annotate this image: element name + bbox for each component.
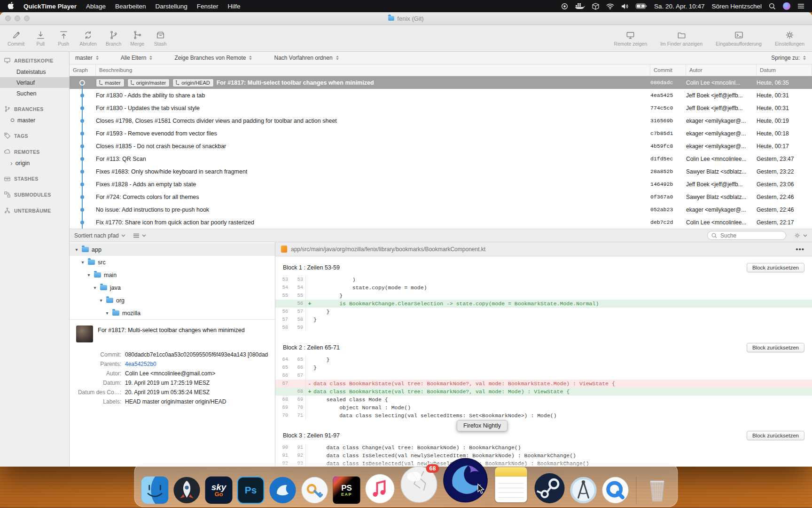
quicktime-player[interactable] [602, 476, 629, 504]
volume-icon[interactable] [621, 3, 629, 9]
branch-badge[interactable]: origin/master [127, 79, 170, 87]
rocket-app[interactable] [173, 476, 201, 504]
filter-popup-alle-eltern[interactable]: Alle Eltern [121, 55, 153, 61]
commit-row[interactable]: Closes #1835 - Do not crash because of s… [70, 140, 812, 152]
sidebar-section-header-unterbäume[interactable]: UNTERBÄUME [0, 205, 69, 216]
itunes[interactable] [365, 474, 395, 504]
zoom-button[interactable] [24, 16, 30, 21]
menubar-clock[interactable]: Sa. 20. Apr. 10:47 [654, 3, 704, 10]
menu-fenster[interactable]: Fenster [197, 3, 219, 10]
titlebar[interactable]: fenix (Git) [0, 12, 812, 25]
siri-icon[interactable] [783, 2, 790, 10]
commit-row[interactable]: For #1830 - Adds the ability to share a … [70, 89, 812, 102]
disclosure-triangle-icon[interactable]: ▾ [93, 285, 97, 290]
commit-row[interactable]: No issue: Add instructions to pre-push h… [70, 203, 812, 216]
commit-row[interactable]: Fix #1770: Share icon from quick action … [70, 216, 812, 229]
chevron-right-icon[interactable]: › [10, 160, 13, 167]
apple-menu[interactable] [8, 2, 14, 11]
sidebar-item-verlauf[interactable]: Verlauf [0, 77, 69, 88]
wifi-icon[interactable] [606, 3, 614, 9]
toolbar-fetch-button[interactable]: Abrufen [79, 30, 97, 47]
filter-popup-master[interactable]: master [75, 55, 99, 61]
docker-icon[interactable] [575, 3, 585, 10]
sidebar-section-header-remotes[interactable]: REMOTES [0, 146, 69, 158]
toolbar-merge-button[interactable]: Merge [130, 30, 144, 47]
box-icon[interactable] [592, 3, 599, 10]
menu-hilfe[interactable]: Hilfe [228, 3, 241, 10]
sidebar-item-origin[interactable]: ›origin [0, 158, 69, 168]
branch-badge[interactable]: master [96, 79, 125, 87]
sidebar-section-header-arbeitskopie[interactable]: ARBEITSKOPIE [0, 55, 69, 66]
notes[interactable] [493, 467, 530, 504]
trash[interactable] [644, 476, 671, 504]
column-header-autor[interactable]: Autor [686, 64, 757, 76]
close-button[interactable] [5, 16, 11, 21]
column-header-commit[interactable]: Commit [650, 64, 686, 76]
branch-badge[interactable]: origin/HEAD [172, 79, 214, 87]
column-header-graph[interactable]: Graph [70, 64, 96, 76]
commit-row[interactable]: Closes #1798, Closes #1581 Corrects divi… [70, 114, 812, 127]
menubar-user[interactable]: Sören Hentzschel [711, 3, 762, 10]
minimize-button[interactable] [15, 16, 20, 21]
toolbar-remote-button[interactable]: Remote zeigen [614, 30, 648, 47]
commit-row[interactable]: Fixes #1683: Only show/hide keyboard in … [70, 165, 812, 178]
more-options-button[interactable]: ••• [794, 245, 806, 253]
block-reset-button[interactable]: Block zurücksetzen [747, 343, 804, 352]
sort-order-button[interactable]: Sortiert nach pfad [74, 232, 125, 239]
spotlight-search-icon[interactable] [769, 3, 776, 10]
sidebar-item-dateistatus[interactable]: Dateistatus [0, 66, 69, 77]
steam[interactable] [534, 473, 565, 504]
toolbar-branch-button[interactable]: Branch [106, 30, 121, 47]
view-options-button[interactable] [133, 233, 146, 238]
photoshop[interactable]: Ps [237, 476, 265, 504]
record-icon[interactable] [561, 3, 568, 10]
blue-circle-app[interactable] [269, 476, 297, 504]
disclosure-triangle-icon[interactable]: ▾ [99, 298, 103, 303]
toolbar-settings-button[interactable]: Einstellungen [775, 30, 804, 47]
battery-charging-icon[interactable] [636, 3, 647, 9]
menu-quicktime-player[interactable]: QuickTime Player [23, 3, 77, 10]
toolbar-push-button[interactable]: Push [56, 30, 70, 47]
sidebar-item-master[interactable]: master [0, 115, 69, 126]
menu-ablage[interactable]: Ablage [86, 3, 106, 10]
block-reset-button[interactable]: Block zurücksetzen [747, 431, 804, 440]
column-header-datum[interactable]: Datum [757, 64, 812, 76]
phpstorm-eap[interactable]: PSEAP [333, 476, 360, 504]
sky-go[interactable]: skyGo [205, 476, 233, 504]
commit-row[interactable]: masterorigin/masterorigin/HEADFor #1817:… [70, 76, 812, 89]
commit-row[interactable]: For #1593 - Remove evenodd from vector f… [70, 127, 812, 140]
tree-item-mozilla[interactable]: ▾mozilla [70, 307, 275, 319]
sidebar-section-header-submodules[interactable]: SUBMODULES [0, 189, 69, 200]
cracked-ball-app[interactable]: 68 [400, 465, 438, 504]
toolbar-finder-button[interactable]: Im Finder anzeigen [660, 30, 703, 47]
sidebar-item-suchen[interactable]: Suchen [0, 88, 69, 99]
toolbar-terminal-button[interactable]: Eingabeaufforderung [716, 30, 762, 47]
disclosure-triangle-icon[interactable]: ▾ [74, 247, 79, 252]
search-field[interactable] [707, 231, 786, 240]
tree-item-src[interactable]: ▾src [70, 256, 275, 269]
commit-row[interactable]: For #724: Corrects colors for all themes… [70, 190, 812, 203]
sidebar-section-header-stashes[interactable]: STASHES [0, 173, 69, 184]
filter-popup-nach-vorfahren-ordnen[interactable]: Nach Vorfahren ordnen [274, 55, 339, 61]
tree-item-java[interactable]: ▾java [70, 281, 275, 294]
commit-row[interactable]: For #1830 - Updates the tab visual style… [70, 102, 812, 114]
jump-to-control[interactable]: Springe zu: [771, 55, 806, 61]
compass-app[interactable] [570, 476, 597, 504]
menu-bearbeiten[interactable]: Bearbeiten [115, 3, 146, 10]
search-input[interactable] [719, 232, 782, 239]
tree-item-org[interactable]: ▾org [70, 294, 275, 307]
filter-popup-zeige-branches-von-remote[interactable]: Zeige Branches von Remote [174, 55, 252, 61]
tree-item-app[interactable]: ▾app [70, 243, 275, 256]
disclosure-triangle-icon[interactable]: ▾ [105, 310, 109, 316]
firefox-nightly[interactable] [443, 458, 488, 504]
disclosure-triangle-icon[interactable]: ▾ [80, 260, 85, 265]
disclosure-triangle-icon[interactable]: ▾ [86, 272, 91, 278]
block-reset-button[interactable]: Block zurücksetzen [747, 263, 804, 272]
toolbar-pull-button[interactable]: Pull [33, 30, 47, 47]
toolbar-stash-button[interactable]: Stash [153, 30, 167, 47]
finder[interactable] [141, 476, 169, 504]
commit-row[interactable]: For #113: QR Scand1fd5ecColin Lee <mncol… [70, 152, 812, 165]
column-header-beschreibung[interactable]: Beschreibung [96, 64, 650, 76]
tree-item-main[interactable]: ▾main [70, 269, 275, 281]
sidebar-section-header-tags[interactable]: TAGS [0, 130, 69, 142]
